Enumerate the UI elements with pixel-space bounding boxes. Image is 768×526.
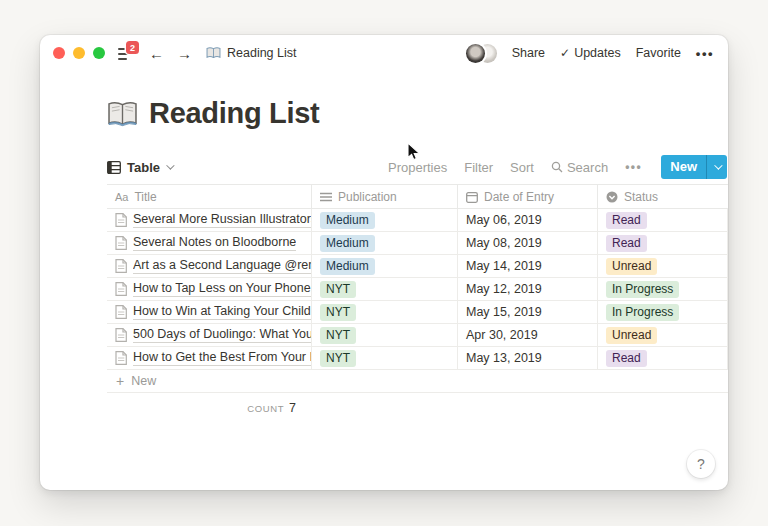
filter-button[interactable]: Filter [464, 160, 493, 175]
row-date: May 06, 2019 [466, 213, 542, 227]
status-tag: In Progress [606, 304, 679, 321]
title-cell[interactable]: Several Notes on Bloodborne [107, 232, 312, 254]
publication-cell[interactable]: NYT [312, 278, 458, 300]
zoom-window-button[interactable] [93, 47, 105, 59]
publication-cell[interactable]: Medium [312, 209, 458, 231]
publication-tag: Medium [320, 212, 375, 229]
database-table: Aa Title Publication [107, 184, 728, 415]
back-button[interactable]: ← [149, 46, 164, 61]
status-cell[interactable]: Unread [598, 324, 728, 346]
title-cell[interactable]: How to Tap Less on Your Phone (but [107, 278, 312, 300]
status-tag: Unread [606, 327, 657, 344]
sort-button[interactable]: Sort [510, 160, 534, 175]
status-tag: Read [606, 350, 647, 367]
page-icon [115, 282, 127, 296]
add-row-button[interactable]: + New [107, 370, 728, 393]
publication-cell[interactable]: Medium [312, 232, 458, 254]
title-cell[interactable]: How to Win at Taking Your Child to V [107, 301, 312, 323]
publication-tag: NYT [320, 327, 356, 344]
date-cell[interactable]: May 06, 2019 [458, 209, 598, 231]
page-title: Reading List [107, 97, 728, 130]
page-icon [115, 259, 127, 273]
view-label: Table [127, 160, 160, 175]
member-avatars[interactable] [466, 44, 497, 63]
row-date: Apr 30, 2019 [466, 328, 538, 342]
date-cell[interactable]: Apr 30, 2019 [458, 324, 598, 346]
table-row: How to Win at Taking Your Child to V NYT… [107, 301, 728, 324]
status-cell[interactable]: Read [598, 209, 728, 231]
titlebar: 2 ← → Reading List Share ✓ Updates Fav [40, 35, 728, 71]
favorite-button[interactable]: Favorite [636, 46, 681, 60]
column-header-date[interactable]: Date of Entry [458, 185, 598, 208]
plus-icon: + [116, 374, 124, 388]
row-title-text: 500 Days of Duolingo: What You Car [133, 327, 311, 343]
status-tag: Read [606, 212, 647, 229]
row-date: May 13, 2019 [466, 351, 542, 365]
view-toolbar: Table Properties Filter Sort Search ••• [107, 153, 728, 181]
text-property-icon: Aa [115, 191, 128, 203]
search-button[interactable]: Search [551, 160, 608, 175]
help-button[interactable]: ? [687, 450, 715, 478]
publication-tag: NYT [320, 304, 356, 321]
calendar-icon [466, 191, 478, 203]
new-button-label[interactable]: New [661, 155, 706, 179]
share-button[interactable]: Share [512, 46, 545, 60]
breadcrumb[interactable]: Reading List [206, 46, 297, 60]
date-cell[interactable]: May 15, 2019 [458, 301, 598, 323]
publication-cell[interactable]: NYT [312, 301, 458, 323]
sidebar-toggle-button[interactable]: 2 [118, 45, 136, 61]
properties-button[interactable]: Properties [388, 160, 447, 175]
publication-tag: NYT [320, 350, 356, 367]
new-button[interactable]: New [661, 155, 727, 179]
page-title-text: Reading List [149, 97, 319, 130]
row-date: May 15, 2019 [466, 305, 542, 319]
page-content: Reading List Table Properties Filter [40, 97, 728, 415]
toolbar-more-button[interactable]: ••• [625, 160, 642, 174]
table-header-row: Aa Title Publication [107, 185, 728, 209]
title-cell[interactable]: Several More Russian Illustrators of N [107, 209, 312, 231]
avatar[interactable] [466, 44, 485, 63]
status-cell[interactable]: Read [598, 232, 728, 254]
date-cell[interactable]: May 14, 2019 [458, 255, 598, 277]
view-switcher-button[interactable]: Table [107, 160, 172, 175]
column-header-publication[interactable]: Publication [312, 185, 458, 208]
select-circle-icon [606, 191, 618, 203]
status-tag: Unread [606, 258, 657, 275]
date-cell[interactable]: May 12, 2019 [458, 278, 598, 300]
status-cell[interactable]: In Progress [598, 278, 728, 300]
title-cell[interactable]: How to Get the Best From Your Immu [107, 347, 312, 369]
publication-tag: Medium [320, 235, 375, 252]
publication-cell[interactable]: NYT [312, 347, 458, 369]
table-view-icon [107, 161, 121, 174]
titlebar-page-title: Reading List [227, 46, 297, 60]
table-row: Several More Russian Illustrators of N M… [107, 209, 728, 232]
publication-cell[interactable]: Medium [312, 255, 458, 277]
new-button-dropdown[interactable] [706, 155, 727, 179]
status-tag: In Progress [606, 281, 679, 298]
date-cell[interactable]: May 13, 2019 [458, 347, 598, 369]
close-window-button[interactable] [53, 47, 65, 59]
date-cell[interactable]: May 08, 2019 [458, 232, 598, 254]
page-icon [115, 236, 127, 250]
row-title-text: Several Notes on Bloodborne [133, 235, 296, 251]
book-icon [206, 47, 221, 59]
column-header-status[interactable]: Status [598, 185, 728, 208]
forward-button[interactable]: → [177, 46, 192, 61]
minimize-window-button[interactable] [73, 47, 85, 59]
select-list-icon [320, 192, 332, 202]
updates-button[interactable]: ✓ Updates [560, 46, 621, 60]
row-title-text: How to Tap Less on Your Phone (but [133, 281, 311, 297]
titlebar-actions: Share ✓ Updates Favorite ••• [466, 44, 714, 63]
status-cell[interactable]: Unread [598, 255, 728, 277]
more-menu-button[interactable]: ••• [696, 46, 714, 61]
count-footer[interactable]: COUNT 7 [107, 393, 312, 415]
title-cell[interactable]: Art as a Second Language @remind S [107, 255, 312, 277]
column-header-title[interactable]: Aa Title [107, 185, 312, 208]
table-row: Several Notes on Bloodborne Medium May 0… [107, 232, 728, 255]
publication-cell[interactable]: NYT [312, 324, 458, 346]
status-cell[interactable]: Read [598, 347, 728, 369]
status-tag: Read [606, 235, 647, 252]
status-cell[interactable]: In Progress [598, 301, 728, 323]
page-icon [115, 351, 127, 365]
title-cell[interactable]: 500 Days of Duolingo: What You Car [107, 324, 312, 346]
